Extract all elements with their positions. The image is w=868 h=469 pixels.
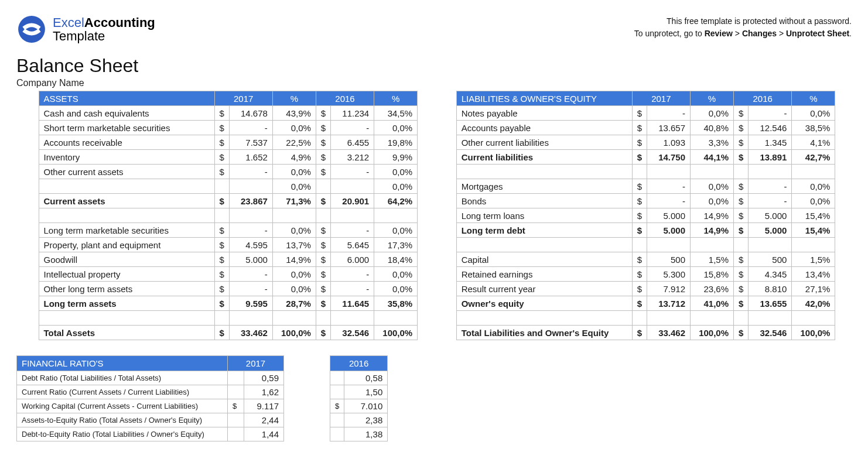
currency-symbol: $ (214, 194, 229, 208)
col-header-year-b: 2016 (316, 91, 374, 106)
currency-symbol (228, 371, 244, 385)
row-label: Inventory (39, 150, 214, 165)
logo-word-1: Excel (53, 15, 84, 30)
row-label: Other current assets (39, 165, 214, 179)
currency-symbol: $ (316, 282, 330, 296)
value-year-b: 32.546 (749, 326, 792, 340)
currency-symbol: $ (214, 135, 229, 150)
value-year-b: 6.000 (331, 252, 374, 267)
ratio-value-b: 1,50 (344, 385, 388, 399)
pct-year-b: 0,0% (792, 194, 835, 208)
value-year-b: 13.655 (749, 296, 792, 311)
row-label: Long term marketable securities (39, 223, 214, 238)
pct-year-a: 0,0% (691, 106, 734, 121)
logo-text: ExcelAccounting Template (53, 16, 155, 43)
value-year-b: 4.345 (749, 267, 792, 282)
pct-year-b: 4,1% (792, 135, 835, 150)
row-label: Total Assets (39, 326, 214, 340)
pct-year-b: 42,0% (792, 296, 835, 311)
value-year-a: 14.750 (647, 150, 691, 165)
company-name: Company Name (16, 78, 852, 88)
pct-year-b: 0,0% (792, 106, 835, 121)
value-year-b: 6.455 (331, 135, 374, 150)
currency-symbol: $ (632, 194, 647, 208)
currency-symbol: $ (632, 135, 647, 150)
ratio-value-b: 0,58 (344, 371, 388, 385)
value-year-a: - (229, 165, 272, 179)
value-year-b: 11.645 (331, 296, 374, 311)
ratio-value-b: 1,38 (344, 427, 388, 441)
row-label: Long term assets (39, 296, 214, 311)
logo-word-2: Accounting (84, 15, 155, 30)
row-label: Bonds (456, 194, 632, 208)
currency-symbol: $ (632, 121, 647, 135)
page-title: Balance Sheet (16, 55, 852, 77)
value-year-a: - (647, 106, 691, 121)
pct-year-b: 0,0% (792, 179, 835, 194)
currency-symbol: $ (214, 121, 229, 135)
pct-year-a: 0,0% (272, 223, 316, 238)
currency-symbol: $ (734, 208, 749, 223)
ratio-value-b: 7.010 (344, 399, 388, 413)
currency-symbol: $ (632, 106, 647, 121)
svg-point-0 (18, 16, 45, 43)
currency-symbol: $ (316, 106, 330, 121)
value-year-a: - (229, 282, 272, 296)
currency-symbol: $ (214, 238, 229, 252)
pct-year-b: 1,5% (792, 252, 835, 267)
currency-symbol: $ (330, 399, 344, 413)
value-year-b: 13.891 (749, 150, 792, 165)
pct-year-b: 19,8% (374, 135, 418, 150)
row-label: Long term loans (456, 208, 632, 223)
pct-year-a: 0,0% (272, 282, 316, 296)
pct-year-b: 34,5% (374, 106, 418, 121)
pct-year-a: 0,0% (272, 121, 316, 135)
pct-year-a: 14,9% (691, 223, 734, 238)
currency-symbol: $ (214, 165, 229, 179)
pct-year-a: 71,3% (272, 194, 316, 208)
currency-symbol: $ (632, 326, 647, 340)
value-year-b: 11.234 (331, 106, 374, 121)
value-year-b: - (749, 106, 792, 121)
currency-symbol: $ (214, 252, 229, 267)
ratio-value-a: 9.117 (244, 399, 283, 413)
currency-symbol: $ (316, 296, 330, 311)
value-year-a: - (229, 267, 272, 282)
value-year-a: 13.712 (647, 296, 691, 311)
currency-symbol: $ (214, 282, 229, 296)
protection-notice: This free template is protected without … (634, 15, 852, 40)
ratios-year-a: 2017 (228, 356, 284, 371)
currency-symbol: $ (632, 208, 647, 223)
currency-symbol (214, 179, 229, 194)
pct-year-b: 27,1% (792, 282, 835, 296)
value-year-b: 32.546 (331, 326, 374, 340)
value-year-b (331, 179, 374, 194)
liabilities-table: LIABILITIES & OWNER'S EQUITY2017%2016%No… (434, 91, 835, 340)
pct-year-a: 100,0% (272, 326, 316, 340)
currency-symbol: $ (734, 179, 749, 194)
currency-symbol (228, 385, 244, 399)
currency-symbol: $ (316, 135, 330, 150)
pct-year-a: 0,0% (272, 267, 316, 282)
currency-symbol (228, 413, 244, 427)
ratio-value-a: 1,62 (244, 385, 283, 399)
pct-year-b: 9,9% (374, 150, 418, 165)
pct-year-b: 42,7% (792, 150, 835, 165)
col-header-pct-a: % (691, 91, 734, 106)
row-label: Mortgages (456, 179, 632, 194)
currency-symbol: $ (734, 194, 749, 208)
currency-symbol: $ (214, 150, 229, 165)
pct-year-b: 15,4% (792, 208, 835, 223)
ratio-label: Debt-to-Equity Ratio (Total Liabilities … (17, 427, 228, 441)
currency-symbol: $ (316, 194, 330, 208)
pct-year-a: 41,0% (691, 296, 734, 311)
currency-symbol: $ (214, 223, 229, 238)
pct-year-a: 22,5% (272, 135, 316, 150)
pct-year-a: 0,0% (691, 179, 734, 194)
value-year-a: - (229, 121, 272, 135)
pct-year-a: 13,7% (272, 238, 316, 252)
col-header-year-a: 2017 (214, 91, 272, 106)
pct-year-a: 43,9% (272, 106, 316, 121)
pct-year-a: 0,0% (272, 179, 316, 194)
value-year-b: - (331, 282, 374, 296)
